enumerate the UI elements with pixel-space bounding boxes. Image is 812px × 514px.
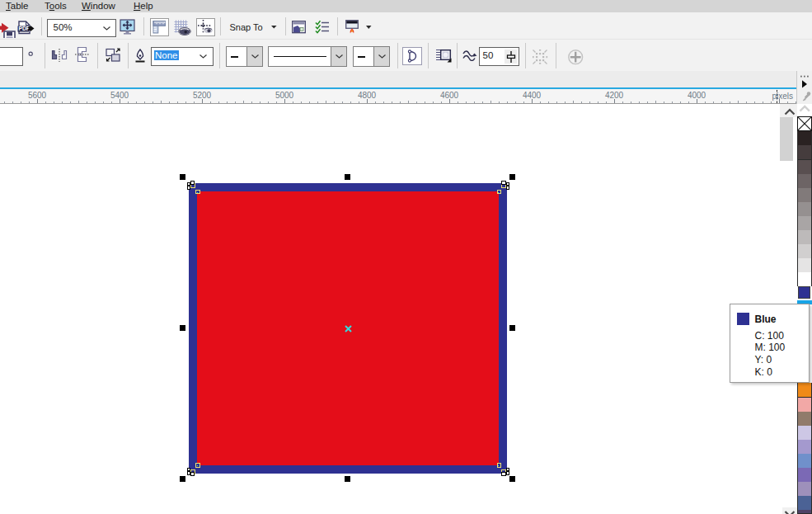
svg-text:4800: 4800 (358, 91, 377, 100)
svg-text:4200: 4200 (605, 91, 624, 100)
svg-text:5600: 5600 (28, 91, 47, 100)
svg-text:pixels: pixels (772, 92, 793, 101)
svg-text:4400: 4400 (523, 91, 542, 100)
svg-text:4600: 4600 (440, 91, 459, 100)
svg-text:5000: 5000 (275, 91, 294, 100)
svg-text:5400: 5400 (110, 91, 129, 100)
svg-text:5200: 5200 (193, 91, 212, 100)
svg-text:4000: 4000 (688, 91, 706, 100)
svg-text:PDF: PDF (18, 26, 30, 31)
